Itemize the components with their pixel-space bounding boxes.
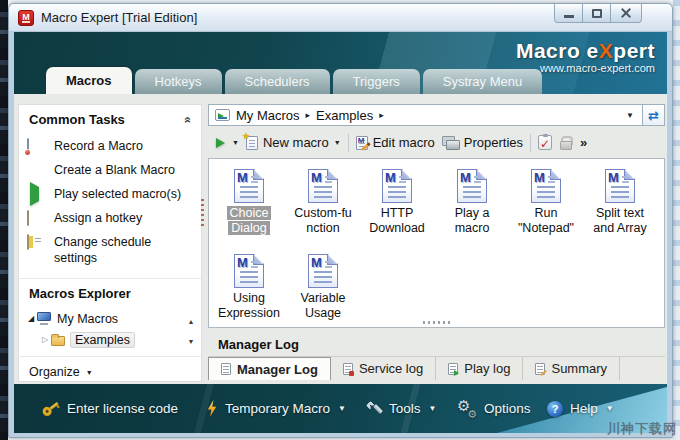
- help-button[interactable]: ? Help ▼: [547, 384, 614, 433]
- macro-label: ChoiceDialog: [212, 206, 286, 236]
- breadcrumb-dropdown-icon[interactable]: ▼: [618, 105, 642, 125]
- tools-button[interactable]: Tools ▼: [366, 384, 436, 433]
- run-dropdown-icon[interactable]: ▼: [232, 139, 239, 146]
- task-change-schedule[interactable]: Change schedule settings: [27, 230, 197, 270]
- tree-item-my-macros[interactable]: ◢ My Macros: [25, 308, 201, 329]
- breadcrumb-examples[interactable]: Examples: [316, 108, 373, 123]
- maximize-icon: [592, 9, 602, 18]
- tree-label: Examples: [70, 332, 135, 348]
- tab-triggers[interactable]: Triggers: [333, 69, 420, 94]
- content-area: Common Tasks » Record a Macro Create a B…: [14, 94, 667, 384]
- tab-macros[interactable]: Macros: [46, 67, 132, 94]
- macro-item-custom-function[interactable]: M Custom-function: [286, 169, 360, 236]
- breadcrumb-my-macros[interactable]: My Macros: [236, 108, 300, 123]
- organize-menu[interactable]: Organize ▼: [19, 357, 201, 387]
- tab-schedulers[interactable]: Schedulers: [225, 69, 330, 94]
- checklist-button[interactable]: ✓: [538, 135, 552, 150]
- log-tab-play-log[interactable]: Play log: [436, 357, 523, 380]
- expander-open-icon[interactable]: ◢: [25, 314, 37, 323]
- tree-item-examples[interactable]: ▷ Examples: [25, 329, 201, 350]
- service-log-icon: [343, 363, 353, 375]
- app-window: M Macro Expert [Trial Edition] Macro eXp…: [8, 3, 673, 438]
- macro-item-run-notepad[interactable]: M Run"Notepad": [509, 169, 583, 236]
- status-bar: Enter license code Temporary Macro ▼ Too…: [14, 384, 667, 433]
- minimize-button[interactable]: [554, 4, 583, 23]
- manager-log-icon: [221, 363, 231, 375]
- temporary-macro-button[interactable]: Temporary Macro ▼: [206, 384, 346, 433]
- titlebar: M Macro Expert [Trial Edition]: [9, 4, 672, 32]
- address-icon: [215, 109, 230, 121]
- macro-file-icon: M: [234, 254, 264, 288]
- app-header: Macro eXpert www.macro-expert.com Macros…: [14, 32, 667, 94]
- macro-file-icon: M: [308, 169, 338, 203]
- scroll-up-icon[interactable]: ▲: [186, 312, 196, 332]
- log-tab-manager-log[interactable]: Manager Log: [208, 357, 331, 380]
- key-icon: [38, 396, 63, 421]
- close-button[interactable]: [610, 4, 642, 23]
- desktop-edge-right: [673, 0, 680, 440]
- main-panel: My Macros ▸ Examples ▸ ▼ ⇄ ▼ ★ New macro: [208, 104, 665, 384]
- brand-name-pre: Macro e: [516, 39, 599, 62]
- maximize-button[interactable]: [582, 4, 611, 23]
- window-controls: [555, 4, 642, 23]
- macro-label: Split textand Array: [583, 206, 657, 236]
- toolbar-separator: [530, 134, 531, 152]
- task-create-blank-macro[interactable]: Create a Blank Macro: [27, 158, 197, 182]
- task-assign-hotkey[interactable]: Assign a hotkey: [27, 206, 197, 230]
- options-button[interactable]: ⚙⚙ Options: [457, 384, 531, 433]
- manager-log-title: Manager Log: [208, 332, 665, 356]
- macro-item-http-download[interactable]: M HTTPDownload: [360, 169, 434, 236]
- lightning-icon: [206, 400, 218, 417]
- macro-label: UsingExpression: [212, 291, 286, 321]
- breadcrumb-arrow-icon[interactable]: ▸: [306, 110, 311, 120]
- edit-macro-button[interactable]: M Edit macro: [356, 135, 435, 150]
- enter-license-button[interactable]: Enter license code: [42, 384, 178, 433]
- toolbar-overflow-icon[interactable]: »: [580, 135, 587, 150]
- collapse-icon[interactable]: »: [181, 116, 195, 123]
- run-macro-button[interactable]: [216, 138, 225, 148]
- close-icon: [620, 7, 632, 19]
- play-icon: [30, 182, 39, 206]
- wrench-icon: [366, 401, 382, 417]
- expander-closed-icon[interactable]: ▷: [39, 335, 51, 344]
- window-title: Macro Expert [Trial Edition]: [41, 4, 197, 32]
- splitter-handle[interactable]: [201, 199, 204, 229]
- log-tabs: Manager Log Service log Play log Summary: [208, 356, 665, 380]
- task-play-selected[interactable]: Play selected macro(s): [27, 182, 197, 206]
- task-label: Record a Macro: [54, 138, 143, 154]
- macro-item-play-a-macro[interactable]: M Play amacro: [435, 169, 509, 236]
- play-log-icon: [448, 363, 458, 375]
- macros-explorer-header: Macros Explorer: [19, 279, 201, 306]
- macro-item-using-expression[interactable]: M UsingExpression: [212, 254, 286, 321]
- task-record-macro[interactable]: Record a Macro: [27, 134, 197, 158]
- macro-list: M ChoiceDialog M Custom-function M HTTPD…: [208, 158, 665, 328]
- new-macro-label: New macro: [263, 135, 329, 150]
- task-label: Change schedule settings: [54, 234, 159, 266]
- properties-label: Properties: [464, 135, 523, 150]
- task-label: Create a Blank Macro: [54, 162, 175, 178]
- tab-hotkeys[interactable]: Hotkeys: [135, 69, 222, 94]
- macro-item-variable-usage[interactable]: M VariableUsage: [286, 254, 360, 321]
- scroll-down-icon[interactable]: ▼: [186, 332, 196, 352]
- brand-name-x: X: [599, 39, 614, 62]
- properties-button[interactable]: Properties: [442, 135, 523, 150]
- brand-name: Macro eXpert: [516, 39, 655, 63]
- macro-file-icon: M: [605, 169, 635, 203]
- macro-item-choice-dialog[interactable]: M ChoiceDialog: [212, 169, 286, 236]
- lock-button[interactable]: [559, 136, 571, 150]
- toolbar: ▼ ★ New macro ▼ M Edit macro Properties: [208, 129, 665, 156]
- chevron-down-icon: ▼: [338, 404, 346, 413]
- log-tab-service-log[interactable]: Service log: [331, 357, 436, 380]
- macro-file-icon: M: [382, 169, 412, 203]
- tab-systray-menu[interactable]: Systray Menu: [423, 69, 542, 94]
- new-macro-button[interactable]: ★ New macro ▼: [246, 135, 341, 150]
- breadcrumb-arrow-icon[interactable]: ▸: [379, 110, 384, 120]
- tree-scrollbar[interactable]: ▲ ▼: [186, 312, 196, 352]
- macro-item-split-text[interactable]: M Split textand Array: [583, 169, 657, 236]
- horizontal-splitter-handle[interactable]: [423, 321, 451, 324]
- refresh-button[interactable]: ⇄: [642, 105, 664, 125]
- macro-label: Run"Notepad": [509, 206, 583, 236]
- star-icon: ★: [242, 131, 250, 141]
- common-tasks-list: Record a Macro Create a Blank Macro Play…: [19, 132, 201, 279]
- log-tab-summary[interactable]: Summary: [523, 357, 620, 380]
